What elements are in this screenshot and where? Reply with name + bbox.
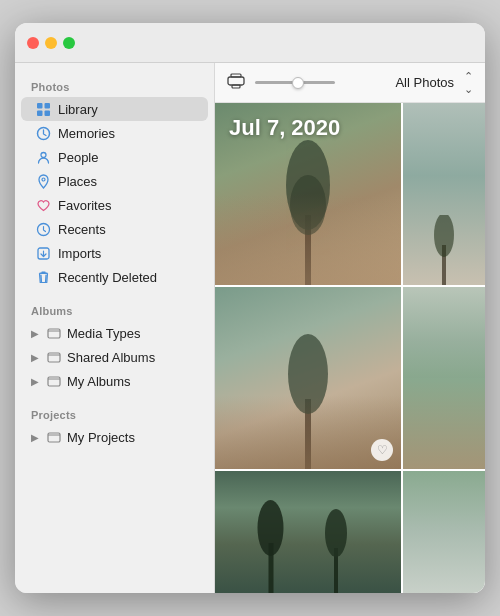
recently-deleted-label: Recently Deleted — [58, 270, 157, 285]
date-label: Jul 7, 2020 — [229, 115, 340, 141]
app-window: Photos Library — [15, 23, 485, 593]
svg-point-6 — [42, 178, 45, 181]
svg-rect-1 — [44, 103, 50, 109]
sidebar-item-my-projects[interactable]: ▶ My Projects — [21, 425, 208, 449]
svg-rect-10 — [48, 353, 60, 362]
sidebar-item-places[interactable]: Places — [21, 169, 208, 193]
photo-cell-2[interactable] — [403, 103, 485, 285]
content-toolbar: All Photos ⌃⌄ — [215, 63, 485, 103]
svg-point-5 — [41, 152, 46, 157]
places-icon — [35, 173, 51, 189]
sidebar-item-people[interactable]: People — [21, 145, 208, 169]
svg-rect-14 — [231, 74, 241, 77]
imports-icon — [35, 245, 51, 261]
maximize-button[interactable] — [63, 37, 75, 49]
chevron-right-icon: ▶ — [31, 328, 39, 339]
zoom-slider-container — [255, 81, 385, 84]
photos-grid: Jul 7, 2020 — [215, 103, 485, 593]
photo-cell-3[interactable]: ♡ — [215, 287, 401, 469]
sidebar-item-imports[interactable]: Imports — [21, 241, 208, 265]
shared-albums-label: Shared Albums — [67, 350, 155, 365]
minimize-button[interactable] — [45, 37, 57, 49]
zoom-slider[interactable] — [255, 81, 335, 84]
recents-label: Recents — [58, 222, 106, 237]
my-projects-label: My Projects — [67, 430, 135, 445]
photo-cell-4[interactable] — [403, 287, 485, 469]
photo-cell-5[interactable] — [215, 471, 401, 593]
sidebar-item-my-albums[interactable]: ▶ My Albums — [21, 369, 208, 393]
people-label: People — [58, 150, 98, 165]
svg-rect-13 — [228, 77, 244, 85]
main-area: Photos Library — [15, 63, 485, 593]
svg-rect-12 — [48, 433, 60, 442]
svg-rect-0 — [37, 103, 43, 109]
my-albums-label: My Albums — [67, 374, 131, 389]
svg-rect-9 — [48, 329, 60, 338]
sidebar-item-recents[interactable]: Recents — [21, 217, 208, 241]
projects-section-label: Projects — [15, 401, 214, 425]
sidebar-item-media-types[interactable]: ▶ Media Types — [21, 321, 208, 345]
all-photos-dropdown[interactable]: ⌃⌄ — [464, 70, 473, 96]
library-label: Library — [58, 102, 98, 117]
svg-point-20 — [434, 215, 454, 257]
grid-view-icon[interactable] — [227, 72, 245, 94]
media-types-label: Media Types — [67, 326, 140, 341]
memories-label: Memories — [58, 126, 115, 141]
media-types-icon — [46, 325, 62, 341]
places-label: Places — [58, 174, 97, 189]
favorite-icon[interactable]: ♡ — [371, 439, 393, 461]
shared-albums-icon — [46, 349, 62, 365]
albums-section-label: Albums — [15, 297, 214, 321]
favorites-label: Favorites — [58, 198, 111, 213]
sidebar-item-favorites[interactable]: Favorites — [21, 193, 208, 217]
imports-label: Imports — [58, 246, 101, 261]
svg-point-26 — [325, 509, 347, 557]
memories-icon — [35, 125, 51, 141]
traffic-lights — [27, 37, 75, 49]
svg-rect-2 — [37, 110, 43, 116]
library-icon — [35, 101, 51, 117]
chevron-right-icon-4: ▶ — [31, 432, 39, 443]
chevron-right-icon-3: ▶ — [31, 376, 39, 387]
sidebar-item-memories[interactable]: Memories — [21, 121, 208, 145]
chevron-right-icon-2: ▶ — [31, 352, 39, 363]
people-icon — [35, 149, 51, 165]
svg-rect-15 — [232, 85, 240, 88]
svg-rect-11 — [48, 377, 60, 386]
recents-icon — [35, 221, 51, 237]
photos-section-label: Photos — [15, 73, 214, 97]
photo-cell-6[interactable] — [403, 471, 485, 593]
content-area: All Photos ⌃⌄ Jul 7, 2020 — [215, 63, 485, 593]
my-albums-icon — [46, 373, 62, 389]
close-button[interactable] — [27, 37, 39, 49]
titlebar — [15, 23, 485, 63]
my-projects-icon — [46, 429, 62, 445]
sidebar-item-library[interactable]: Library — [21, 97, 208, 121]
all-photos-label: All Photos — [395, 75, 454, 90]
recently-deleted-icon — [35, 269, 51, 285]
favorites-icon — [35, 197, 51, 213]
svg-point-24 — [257, 500, 283, 556]
svg-rect-3 — [44, 110, 50, 116]
sidebar: Photos Library — [15, 63, 215, 593]
sidebar-item-shared-albums[interactable]: ▶ Shared Albums — [21, 345, 208, 369]
sidebar-item-recently-deleted[interactable]: Recently Deleted — [21, 265, 208, 289]
